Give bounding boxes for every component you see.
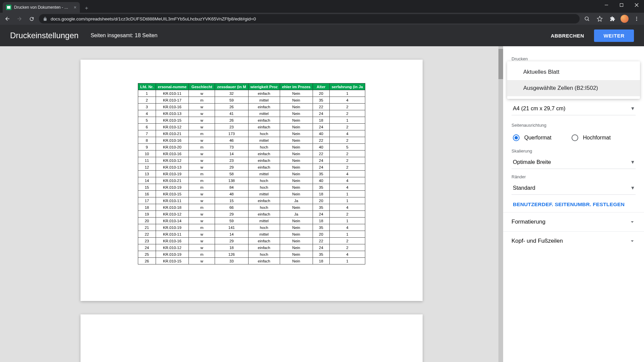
table-cell: m [189, 204, 215, 211]
radio-landscape-label: Querformat [524, 135, 551, 141]
table-cell: 4 [329, 224, 365, 231]
table-cell: w [189, 231, 215, 238]
menu-icon[interactable] [632, 14, 641, 23]
table-row: 10KR.010-16w14einfachNein222 [138, 150, 365, 157]
table-cell: Nein [280, 130, 313, 137]
forward-button[interactable] [15, 14, 24, 23]
bookmark-star-icon[interactable] [595, 14, 604, 23]
preview-scrollbar[interactable] [498, 46, 503, 362]
table-cell: 41 [215, 110, 248, 117]
address-bar[interactable] [39, 14, 580, 23]
table-cell: 14 [138, 177, 156, 184]
headers-footers-expander[interactable]: Kopf- und Fußzeilen [503, 231, 644, 250]
table-cell: mittel [248, 231, 280, 238]
table-cell: 29 [215, 211, 248, 218]
table-cell: 26 [215, 104, 248, 110]
dropdown-option-selected-cells[interactable]: Ausgewählte Zellen (B2:I502) [507, 80, 640, 96]
table-cell: m [189, 224, 215, 231]
custom-page-breaks-link[interactable]: BENUTZERDEF. SEITENUMBR. FESTLEGEN [512, 195, 636, 209]
table-row: 13KR.010-19m58mittelNein354 [138, 171, 365, 177]
table-cell: 2 [329, 211, 365, 218]
table-cell: Nein [280, 157, 313, 164]
scrollbar-thumb[interactable] [498, 49, 503, 79]
table-cell: 17 [138, 197, 156, 204]
close-window-button[interactable] [629, 0, 644, 10]
table-cell: 2 [329, 150, 365, 157]
table-cell: 1 [329, 197, 365, 204]
radio-portrait[interactable]: Hochformat [572, 134, 611, 141]
table-cell: einfach [248, 244, 280, 251]
chevron-down-icon: ▾ [631, 105, 634, 112]
extensions-icon[interactable] [608, 14, 617, 23]
svg-point-4 [585, 17, 588, 20]
print-settings-sidebar: Drucken Aktuelles Blatt Ausgewählte Zell… [503, 46, 644, 362]
table-cell: KR.010-21 [156, 177, 189, 184]
table-row: 1KR.010-11w32einfachNein201 [138, 90, 365, 97]
back-button[interactable] [3, 14, 12, 23]
table-cell: 25 [138, 251, 156, 258]
table-cell: 35 [313, 251, 329, 258]
table-cell: KR.010-16 [156, 137, 189, 144]
table-cell: Nein [280, 224, 313, 231]
table-cell: 14 [215, 231, 248, 238]
table-cell: 138 [215, 177, 248, 184]
table-cell: w [189, 117, 215, 124]
table-cell: KR.010-16 [156, 104, 189, 110]
table-cell: einfach [248, 150, 280, 157]
table-cell: 16 [138, 191, 156, 197]
table-cell: 126 [215, 251, 248, 258]
table-cell: Nein [280, 184, 313, 191]
browser-urlbar [0, 13, 644, 25]
next-button[interactable]: WEITER [594, 29, 634, 42]
print-preview-area[interactable]: Lfd. Nr.ersonal-nummeGeschlechtzessdauer… [0, 46, 503, 362]
browser-titlebar: Drucken von Dokumenten - Goo… × ＋ [0, 0, 644, 13]
margins-select[interactable]: Standard ▾ [512, 181, 636, 195]
table-cell: m [189, 97, 215, 104]
table-row: 9KR.010-20m73hochNein405 [138, 144, 365, 150]
url-input[interactable] [51, 16, 576, 21]
table-cell: 4 [329, 204, 365, 211]
table-cell: Nein [280, 218, 313, 224]
table-cell: w [189, 137, 215, 144]
reload-button[interactable] [27, 14, 36, 23]
table-cell: 24 [313, 244, 329, 251]
zoom-icon[interactable] [582, 14, 592, 23]
table-cell: 15 [138, 184, 156, 191]
formatting-expander[interactable]: Formatierung [503, 212, 644, 231]
table-cell: 12 [138, 164, 156, 171]
table-cell: 18 [313, 218, 329, 224]
table-cell: 4 [138, 110, 156, 117]
table-cell: Ja [280, 211, 313, 218]
new-tab-button[interactable]: ＋ [82, 3, 91, 13]
table-cell: 1 [329, 191, 365, 197]
lock-icon [43, 17, 47, 21]
table-cell: 20 [313, 231, 329, 238]
table-cell: 33 [215, 258, 248, 264]
close-tab-icon[interactable]: × [74, 5, 76, 10]
minimize-button[interactable] [599, 0, 614, 10]
table-cell: einfach [248, 258, 280, 264]
table-row: 12KR.010-13w29einfachNein242 [138, 164, 365, 171]
table-cell: 24 [313, 211, 329, 218]
table-cell: 2 [329, 110, 365, 117]
table-cell: 1 [329, 117, 365, 124]
table-cell: 23 [215, 157, 248, 164]
formatting-label: Formatierung [512, 219, 545, 225]
scale-select[interactable]: Optimale Breite ▾ [512, 156, 636, 169]
table-cell: 24 [313, 157, 329, 164]
table-cell: m [189, 171, 215, 177]
table-cell: 35 [313, 97, 329, 104]
profile-avatar[interactable] [621, 15, 629, 23]
cancel-button[interactable]: ABBRECHEN [545, 29, 589, 42]
maximize-button[interactable] [614, 0, 629, 10]
radio-landscape[interactable]: Querformat [513, 134, 551, 141]
paper-size-select[interactable]: A4 (21 cm x 29,7 cm) ▾ [512, 102, 636, 115]
table-cell: mittel [248, 97, 280, 104]
table-cell: 40 [313, 177, 329, 184]
table-row: 14KR.010-21m138hochNein404 [138, 177, 365, 184]
dropdown-option-current-sheet[interactable]: Aktuelles Blatt [507, 64, 640, 80]
browser-tab[interactable]: Drucken von Dokumenten - Goo… × [3, 2, 80, 13]
margins-value: Standard [513, 185, 535, 191]
table-cell: mittel [248, 171, 280, 177]
table-cell: 18 [313, 191, 329, 197]
